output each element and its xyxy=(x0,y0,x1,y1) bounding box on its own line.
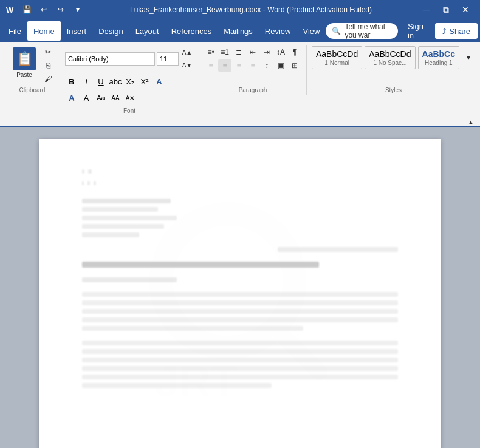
document-area[interactable]: JRT xyxy=(0,127,480,448)
highlight-color-button[interactable]: A xyxy=(65,91,78,104)
borders-button[interactable]: ⊞ xyxy=(288,59,301,72)
bold-button[interactable]: B xyxy=(65,75,78,88)
line-spacing-button[interactable]: ↕ xyxy=(260,59,273,72)
styles-more-button[interactable]: ▾ xyxy=(462,52,475,64)
font-group: A▲ A▼ B I U abc X₂ X² A A A Aa AA A✕ Fon… xyxy=(60,45,199,115)
quick-access-toolbar: 💾 ↩ ↪ ▾ xyxy=(19,2,85,17)
paragraph-row2: ≡ ≡ ≡ ≡ ↕ ▣ ⊞ xyxy=(204,59,301,72)
style-heading1-label: Heading 1 xyxy=(422,59,455,66)
increase-indent-button[interactable]: ⇥ xyxy=(260,46,273,58)
font-size-aa-button[interactable]: Aa xyxy=(94,91,108,104)
align-left-button[interactable]: ≡ xyxy=(204,59,218,72)
menu-insert[interactable]: Insert xyxy=(61,21,93,41)
italic-button[interactable]: I xyxy=(80,75,93,88)
doc-subject-section xyxy=(82,262,398,268)
clipboard-label: Clipboard xyxy=(5,87,60,93)
paste-label: Paste xyxy=(16,72,32,78)
font-content: A▲ A▼ B I U abc X₂ X² A A A Aa AA A✕ xyxy=(65,46,194,115)
font-size-increase-button[interactable]: A▲ xyxy=(180,46,194,58)
ribbon: 📋 Paste ✂ ⎘ 🖌 Clipboard A▲ A▼ B xyxy=(0,42,480,118)
svg-text:W: W xyxy=(6,5,14,15)
cut-button[interactable]: ✂ xyxy=(41,46,55,58)
menu-design[interactable]: Design xyxy=(92,21,129,41)
window-minimize-button[interactable]: ─ xyxy=(417,0,436,19)
menu-layout[interactable]: Layout xyxy=(129,21,165,41)
title-bar-left: W 💾 ↩ ↪ ▾ xyxy=(5,2,85,17)
styles-box: AaBbCcDd 1 Normal AaBbCcDd 1 No Spac... … xyxy=(312,46,475,69)
uppercase-button[interactable]: AA xyxy=(109,91,122,104)
style-normal[interactable]: AaBbCcDd 1 Normal xyxy=(312,46,362,69)
menu-home[interactable]: Home xyxy=(27,21,61,41)
window-close-button[interactable]: ✕ xyxy=(456,0,475,19)
share-icon: ⤴ xyxy=(442,27,447,36)
text-effects-button[interactable]: A xyxy=(153,75,166,88)
collapse-ribbon-button[interactable]: ▲ xyxy=(464,116,478,128)
tell-me-text: Tell me what you war xyxy=(345,22,391,39)
multilevel-list-button[interactable]: ≣ xyxy=(232,46,245,58)
tell-me-box[interactable]: 🔍 Tell me what you war xyxy=(326,23,397,39)
align-right-button[interactable]: ≡ xyxy=(232,59,245,72)
save-button[interactable]: 💾 xyxy=(19,2,34,17)
menu-review[interactable]: Review xyxy=(259,21,297,41)
customize-quick-access-button[interactable]: ▾ xyxy=(70,2,85,17)
numbering-button[interactable]: ≡1 xyxy=(218,46,231,58)
align-center-button[interactable]: ≡ xyxy=(218,59,231,72)
style-no-spacing-preview: AaBbCcDd xyxy=(369,49,411,59)
show-formatting-button[interactable]: ¶ xyxy=(288,46,301,58)
bullets-button[interactable]: ≡• xyxy=(204,46,218,58)
paste-button[interactable]: 📋 Paste xyxy=(10,46,39,80)
paragraph-row1: ≡• ≡1 ≣ ⇤ ⇥ ↕A ¶ xyxy=(204,46,301,58)
menu-view[interactable]: View xyxy=(297,21,326,41)
sort-button[interactable]: ↕A xyxy=(274,46,287,58)
strikethrough-button[interactable]: abc xyxy=(109,75,122,88)
paragraph-group: ≡• ≡1 ≣ ⇤ ⇥ ↕A ¶ ≡ ≡ ≡ ≡ ↕ ▣ ⊞ Paragraph xyxy=(199,45,307,95)
format-painter-button[interactable]: 🖌 xyxy=(41,73,55,85)
window-controls: ─ ⧉ ✕ xyxy=(417,0,475,19)
menu-right: 🔍 Tell me what you war Sign in ⤴ Share xyxy=(326,19,478,42)
ribbon-collapse: ▲ xyxy=(0,118,480,127)
style-heading1[interactable]: AaBbCc Heading 1 xyxy=(418,46,459,69)
font-color-button[interactable]: A xyxy=(80,91,93,104)
doc-address-section xyxy=(82,199,398,237)
font-family-input[interactable] xyxy=(65,52,155,66)
sign-in-button[interactable]: Sign in xyxy=(403,19,430,42)
paste-icon: 📋 xyxy=(13,47,36,70)
font-size-input[interactable] xyxy=(157,52,179,66)
share-button[interactable]: ⤴ Share xyxy=(435,23,478,39)
doc-body2-section xyxy=(82,341,398,388)
justify-button[interactable]: ≡ xyxy=(246,59,259,72)
font-format-row: B I U abc X₂ X² A xyxy=(65,75,166,88)
doc-body1-section xyxy=(82,292,398,331)
menu-mailings[interactable]: Mailings xyxy=(218,21,259,41)
copy-button[interactable]: ⎘ xyxy=(41,59,55,72)
style-heading1-preview: AaBbCc xyxy=(422,49,455,59)
redo-button[interactable]: ↪ xyxy=(53,2,68,17)
underline-button[interactable]: U xyxy=(94,75,108,88)
clipboard-sub: ✂ ⎘ 🖌 xyxy=(41,46,55,85)
font-color-row: A A Aa AA A✕ xyxy=(65,91,137,104)
clear-format-button[interactable]: A✕ xyxy=(123,91,137,104)
doc-header-section xyxy=(82,169,398,189)
search-icon: 🔍 xyxy=(332,27,341,35)
style-normal-label: 1 Normal xyxy=(316,59,358,66)
shading-button[interactable]: ▣ xyxy=(274,59,287,72)
styles-group: AaBbCcDd 1 Normal AaBbCcDd 1 No Spac... … xyxy=(307,45,480,95)
window-restore-button[interactable]: ⧉ xyxy=(436,0,456,19)
style-no-spacing-label: 1 No Spac... xyxy=(369,59,411,66)
document-page: JRT xyxy=(39,139,441,448)
superscript-button[interactable]: X² xyxy=(138,75,151,88)
subscript-button[interactable]: X₂ xyxy=(123,75,137,88)
style-no-spacing[interactable]: AaBbCcDd 1 No Spac... xyxy=(365,46,415,69)
font-top-row: A▲ A▼ xyxy=(65,46,194,71)
document-title: Lukas_Frankenhauser_Bewerbung.docx - Wor… xyxy=(85,5,417,14)
font-size-decrease-button[interactable]: A▼ xyxy=(180,59,194,71)
decrease-indent-button[interactable]: ⇤ xyxy=(246,46,259,58)
doc-salutation-section xyxy=(82,277,398,282)
menu-references[interactable]: References xyxy=(165,21,218,41)
undo-button[interactable]: ↩ xyxy=(36,2,51,17)
clipboard-group: 📋 Paste ✂ ⎘ 🖌 Clipboard xyxy=(5,45,60,95)
title-bar: W 💾 ↩ ↪ ▾ Lukas_Frankenhauser_Bewerbung.… xyxy=(0,0,480,19)
word-icon: W xyxy=(5,4,16,15)
paragraph-label: Paragraph xyxy=(199,87,306,93)
menu-file[interactable]: File xyxy=(2,21,27,41)
